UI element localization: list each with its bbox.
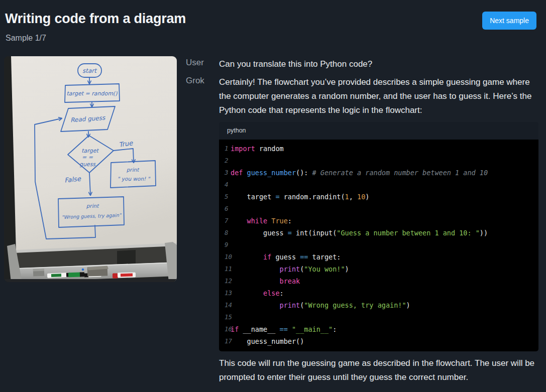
flowchart-won-label-2: " you won! " [118,176,151,182]
flowchart-drawing: start target = random() Read guess targe… [4,56,177,282]
code-line: 15 [219,311,538,323]
whiteboard-photo: start target = random() Read guess targe… [4,56,177,282]
code-language-label: python [219,122,538,140]
flowchart-cond-label-3: guess [79,161,96,168]
code-line: 2 [219,155,538,167]
code-line: 8 guess = int(input("Guess a number betw… [219,227,538,239]
flowchart-wrong-label-1: print [86,203,100,209]
code-line: 4 [219,179,538,191]
code-line: 3def guess_number(): # Generate a random… [219,167,538,179]
code-line: 1import random [219,143,538,155]
code-line: 7 while True: [219,215,538,227]
code-line: 16if __name__ == "__main__": [219,323,538,335]
flowchart-cond-label-1: target [81,148,99,154]
code-line: 11 print("You won!") [219,263,538,275]
code-line: 10 if guess == target: [219,251,538,263]
code-line: 13 else: [219,287,538,299]
small-eraser [33,269,44,277]
large-eraser [87,266,109,276]
app-window: Writing code from a diagram Sample 1/7 N… [0,0,546,392]
code-lines: 1import random23def guess_number(): # Ge… [219,140,538,351]
flowchart-cond-label-2: = = [82,154,93,161]
next-sample-button[interactable]: Next sample [482,12,536,30]
flowchart-start-label: start [82,67,97,74]
code-block: python 1import random23def guess_number(… [219,122,538,351]
page-title: Writing code from a diagram [5,11,186,27]
chat-message-user: User Can you translate this into Python … [186,57,540,71]
grok-closing-text: This code will run the guessing game as … [219,356,540,384]
sample-counter: Sample 1/7 [6,34,46,43]
green-marker [68,272,84,277]
flowchart-won-label-1: print [127,167,140,173]
whiteboard-surface [11,56,177,253]
code-line: 6 [219,203,538,215]
code-line: 5 target = random.randint(1, 10) [219,191,538,203]
chat-panel: User Can you translate this into Python … [186,57,540,388]
flowchart-assign-label: target = random() [67,90,118,97]
tray-logo-dot [82,269,84,271]
speaker-label-user: User [186,57,219,71]
code-line: 17 guess_number() [219,335,538,347]
code-line: 12 break [219,275,538,287]
code-line: 14 print("Wrong guess, try again!") [219,299,538,311]
speaker-label-grok: Grok [186,75,219,384]
green-label-marker [47,273,70,278]
user-message-text: Can you translate this into Python code? [219,57,540,71]
code-line: 9 [219,239,538,251]
grok-message-text: Certainly! The flowchart you’ve provided… [219,75,540,117]
chat-message-grok: Grok Certainly! The flowchart you’ve pro… [186,75,540,384]
